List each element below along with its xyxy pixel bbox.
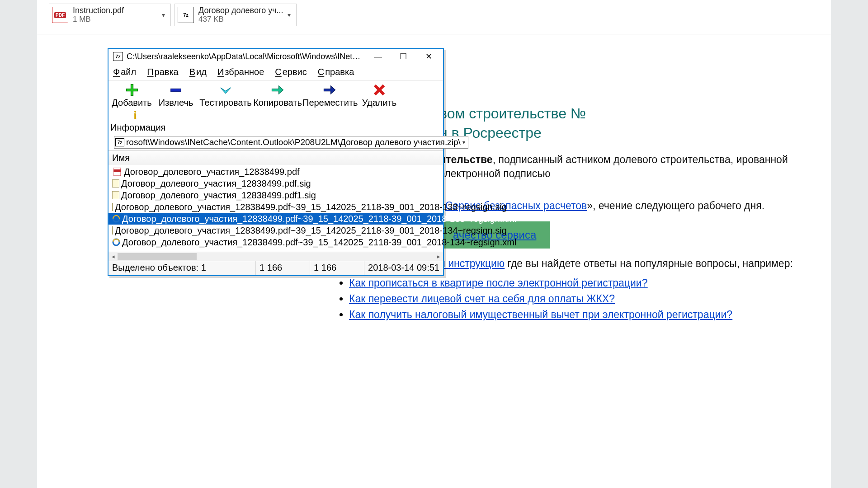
x-icon bbox=[373, 83, 386, 97]
email-paragraph: ительстве, подписанный астником долевого… bbox=[439, 153, 813, 181]
status-size-2: 1 166 bbox=[310, 261, 364, 275]
address-row: 7z rosoft\Windows\INetCache\Content.Outl… bbox=[108, 134, 443, 151]
window-title: C:\Users\raalekseenko\AppData\Local\Micr… bbox=[127, 52, 365, 61]
attachment-name: Instruction.pdf bbox=[73, 6, 159, 15]
pdf-icon bbox=[112, 167, 122, 176]
scroll-left-icon[interactable]: ◂ bbox=[108, 253, 118, 260]
attachment-name: Договор долевого уч... bbox=[198, 6, 285, 15]
menu-tools[interactable]: Сервис bbox=[273, 65, 308, 79]
statusbar: Выделено объектов: 1 1 166 1 166 2018-03… bbox=[108, 261, 443, 275]
file-name: Договор_долевого_участия_12838499.pdf bbox=[124, 167, 300, 177]
minus-icon bbox=[169, 83, 183, 97]
sevenzip-window: 7z C:\Users\raalekseenko\AppData\Local\M… bbox=[108, 48, 444, 276]
file-row[interactable]: Договор_долевого_участия_12838499.pdf1.s… bbox=[108, 189, 443, 201]
menu-favorites[interactable]: Избранное bbox=[216, 65, 265, 79]
email-paragraph: и инструкцию где вы найдете ответы на по… bbox=[439, 257, 813, 271]
document-icon bbox=[112, 179, 119, 188]
file-name: Договор_долевого_участия_12838499.pdf~39… bbox=[122, 214, 516, 224]
faq-link[interactable]: Как получить налоговый имущественный выч… bbox=[349, 309, 732, 320]
instruction-link[interactable]: и инструкцию bbox=[439, 258, 505, 269]
file-row[interactable]: Договор_долевого_участия_12838499.pdf.si… bbox=[108, 178, 443, 189]
toolbar: Добавить Извлечь Тестировать Копировать … bbox=[108, 80, 443, 134]
menu-file[interactable]: Файл bbox=[111, 65, 137, 79]
file-row[interactable]: Договор_долевого_участия_12838499.pdf~39… bbox=[108, 236, 443, 248]
arrow-right-icon bbox=[271, 83, 284, 97]
info-icon: i bbox=[128, 108, 142, 122]
maximize-button[interactable]: ☐ bbox=[391, 50, 416, 63]
pdf-icon: PDF bbox=[52, 7, 68, 23]
add-button[interactable]: Добавить bbox=[110, 83, 153, 108]
file-row[interactable]: Договор_долевого_участия_12838499.pdf~39… bbox=[108, 213, 443, 225]
email-client-page: PDF Instruction.pdf 1 MB ▾ 7z Договор до… bbox=[37, 0, 831, 488]
file-row[interactable]: Договор_долевого_участия_12838499.pdf~39… bbox=[108, 201, 443, 213]
status-size-1: 1 166 bbox=[256, 261, 310, 275]
faq-list: Как прописаться в квартире после электро… bbox=[349, 276, 813, 322]
move-button[interactable]: Переместить bbox=[302, 83, 357, 108]
chevron-down-icon[interactable]: ▾ bbox=[285, 11, 293, 19]
document-icon bbox=[112, 203, 113, 211]
attachment-size: 437 KB bbox=[198, 15, 285, 24]
faq-link[interactable]: Как прописаться в квартире после электро… bbox=[349, 277, 647, 289]
close-button[interactable]: ✕ bbox=[416, 50, 441, 63]
menu-view[interactable]: Вид bbox=[188, 65, 208, 79]
info-button[interactable]: i Информация bbox=[110, 108, 160, 133]
chevron-down-icon[interactable]: ▾ bbox=[159, 11, 168, 19]
file-name: Договор_долевого_участия_12838499.pdf~39… bbox=[115, 225, 507, 236]
attachment-item[interactable]: 7z Договор долевого уч... 437 KB ▾ bbox=[175, 4, 297, 26]
file-name: Договор_долевого_участия_12838499.pdf.si… bbox=[121, 178, 311, 189]
minimize-button[interactable]: — bbox=[365, 50, 391, 63]
sevenzip-icon: 7z bbox=[115, 138, 124, 146]
titlebar[interactable]: 7z C:\Users\raalekseenko\AppData\Local\M… bbox=[108, 49, 443, 64]
horizontal-scrollbar[interactable]: ◂ ▸ bbox=[108, 252, 443, 261]
file-list[interactable]: Договор_долевого_участия_12838499.pdfДог… bbox=[108, 165, 443, 252]
scroll-thumb[interactable] bbox=[118, 253, 197, 260]
check-icon bbox=[219, 83, 232, 97]
svg-text:i: i bbox=[133, 108, 137, 122]
faq-link[interactable]: Как перевести лицевой счет на себя для о… bbox=[349, 293, 615, 305]
plus-icon bbox=[125, 83, 139, 97]
column-header-name[interactable]: Имя bbox=[108, 151, 443, 165]
sevenzip-icon: 7z bbox=[178, 7, 194, 23]
test-button[interactable]: Тестировать bbox=[198, 83, 253, 108]
document-icon bbox=[112, 226, 113, 235]
document-icon bbox=[112, 191, 119, 199]
file-name: Договор_долевого_участия_12838499.pdf~39… bbox=[115, 202, 507, 212]
copy-button[interactable]: Копировать bbox=[253, 83, 302, 108]
address-bar[interactable]: 7z rosoft\Windows\INetCache\Content.Outl… bbox=[114, 136, 468, 149]
extract-button[interactable]: Извлечь bbox=[153, 83, 198, 108]
menubar: Файл Правка Вид Избранное Сервис Справка bbox=[108, 64, 443, 80]
arrow-right-solid-icon bbox=[323, 83, 336, 97]
menu-edit[interactable]: Правка bbox=[145, 65, 179, 79]
menu-help[interactable]: Справка bbox=[316, 65, 355, 79]
svg-rect-0 bbox=[171, 89, 181, 92]
scroll-right-icon[interactable]: ▸ bbox=[434, 253, 443, 260]
file-name: Договор_долевого_участия_12838499.pdf1.s… bbox=[121, 190, 316, 201]
chevron-down-icon[interactable]: ▾ bbox=[461, 139, 467, 145]
attachment-item[interactable]: PDF Instruction.pdf 1 MB ▾ bbox=[49, 4, 171, 26]
attachments-strip: PDF Instruction.pdf 1 MB ▾ 7z Договор до… bbox=[49, 4, 297, 26]
status-date: 2018-03-14 09:51 bbox=[364, 261, 443, 275]
file-name: Договор_долевого_участия_12838499.pdf~39… bbox=[122, 237, 516, 248]
delete-button[interactable]: Удалить bbox=[357, 83, 402, 108]
divider bbox=[37, 34, 831, 34]
attachment-size: 1 MB bbox=[73, 15, 159, 24]
ie-icon bbox=[112, 214, 120, 223]
svg-rect-3 bbox=[113, 169, 121, 172]
file-row[interactable]: Договор_долевого_участия_12838499.pdf~39… bbox=[108, 225, 443, 236]
sevenzip-icon: 7z bbox=[113, 52, 123, 61]
file-row[interactable]: Договор_долевого_участия_12838499.pdf bbox=[108, 166, 443, 178]
ie-icon bbox=[112, 238, 120, 247]
status-selected: Выделено объектов: 1 bbox=[108, 261, 256, 275]
